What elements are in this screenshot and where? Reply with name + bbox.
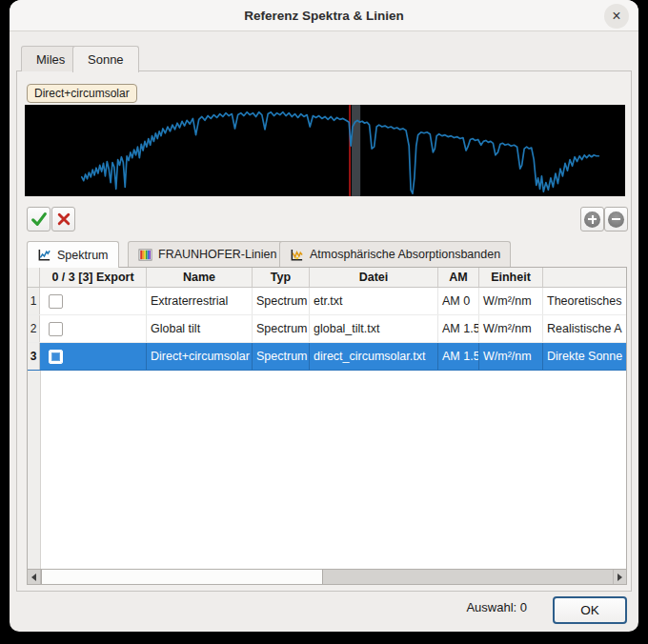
minus-icon bbox=[608, 211, 624, 228]
red-x-icon bbox=[56, 211, 71, 227]
close-button[interactable]: × bbox=[604, 4, 629, 29]
name-cell: Global tilt bbox=[147, 315, 253, 342]
dialog-window: Referenz Spektra & Linien × Miles Sonne … bbox=[10, 0, 638, 632]
screen: Referenz Spektra & Linien × Miles Sonne … bbox=[0, 0, 648, 644]
row-number: 1 bbox=[28, 288, 40, 314]
titlebar: Referenz Spektra & Linien × bbox=[10, 0, 638, 31]
horizontal-scrollbar[interactable] bbox=[28, 569, 626, 584]
header-am[interactable]: AM bbox=[438, 268, 479, 287]
einheit-cell: W/m²/nm bbox=[479, 288, 543, 314]
tab-label: Atmosphärische Absorptionsbanden bbox=[310, 248, 500, 261]
einheit-cell: W/m²/nm bbox=[479, 343, 543, 370]
tab-spektrum[interactable]: Spektrum bbox=[27, 241, 119, 268]
header-einheit[interactable]: Einheit bbox=[479, 268, 543, 287]
table-row[interactable]: 1 Extraterrestrial Spectrum etr.txt AM 0… bbox=[28, 288, 626, 315]
apply-button[interactable] bbox=[27, 207, 51, 231]
wavelength-cursor-line bbox=[349, 105, 351, 196]
header-rownum bbox=[28, 268, 40, 287]
export-checkbox[interactable] bbox=[49, 350, 63, 364]
name-cell: Direct+circumsolar bbox=[147, 343, 253, 370]
window-title: Referenz Spektra & Linien bbox=[244, 9, 403, 23]
spectrum-curve bbox=[25, 105, 625, 196]
spectrum-chart-icon bbox=[37, 248, 51, 262]
export-cell bbox=[40, 288, 147, 314]
checkmark-icon bbox=[30, 211, 48, 228]
sonne-tab-panel: Direct+circumsolar bbox=[16, 70, 632, 592]
close-icon: × bbox=[612, 5, 620, 28]
export-checkbox[interactable] bbox=[49, 322, 63, 336]
typ-cell: Spectrum bbox=[253, 315, 310, 342]
triangle-left-icon bbox=[31, 574, 36, 581]
row-number: 3 bbox=[28, 343, 40, 370]
selection-count-label: Auswahl: 0 bbox=[10, 600, 527, 614]
scroll-left-button[interactable] bbox=[28, 570, 41, 584]
plus-icon bbox=[584, 211, 600, 228]
wavelength-band-marker bbox=[352, 105, 360, 196]
spectrum-name-chip: Direct+circumsolar bbox=[27, 84, 137, 103]
tab-atmosphaerische-absorptionsbanden[interactable]: Atmosphärische Absorptionsbanden bbox=[279, 241, 511, 267]
header-datei[interactable]: Datei bbox=[310, 268, 438, 287]
table-empty-area bbox=[28, 371, 626, 569]
tab-label: Spektrum bbox=[57, 249, 109, 262]
typ-cell: Spectrum bbox=[253, 288, 310, 314]
row-number: 2 bbox=[28, 315, 40, 342]
header-beschreibung[interactable] bbox=[543, 268, 626, 287]
zoom-in-button[interactable] bbox=[580, 207, 604, 231]
ok-button[interactable]: OK bbox=[553, 596, 627, 624]
delete-button[interactable] bbox=[51, 207, 75, 231]
fraunhofer-lines-icon bbox=[138, 248, 152, 262]
header-typ[interactable]: Typ bbox=[253, 268, 310, 287]
beschreibung-cell: Direkte Sonne bbox=[543, 343, 626, 370]
datei-cell: global_tilt.txt bbox=[310, 315, 438, 342]
tab-sonne[interactable]: Sonne bbox=[72, 46, 139, 72]
absorption-bands-icon bbox=[290, 248, 304, 262]
header-export[interactable]: 0 / 3 [3] Export bbox=[40, 268, 147, 287]
export-cell bbox=[40, 315, 147, 342]
scrollbar-thumb[interactable] bbox=[41, 570, 323, 584]
beschreibung-cell: Theoretisches bbox=[543, 288, 626, 314]
name-cell: Extraterrestrial bbox=[147, 288, 253, 314]
am-cell: AM 1.5 bbox=[438, 315, 479, 342]
beschreibung-cell: Realistische A bbox=[543, 315, 626, 342]
zoom-out-button[interactable] bbox=[604, 207, 628, 231]
tab-miles[interactable]: Miles bbox=[21, 46, 80, 71]
typ-cell: Spectrum bbox=[253, 343, 310, 370]
tab-fraunhofer-linien[interactable]: FRAUNHOFER-Linien bbox=[128, 241, 287, 267]
datei-cell: etr.txt bbox=[310, 288, 438, 314]
table-header: 0 / 3 [3] Export Name Typ Datei AM Einhe… bbox=[28, 268, 626, 288]
scroll-right-button[interactable] bbox=[613, 570, 626, 584]
spectra-table: 0 / 3 [3] Export Name Typ Datei AM Einhe… bbox=[27, 267, 627, 585]
spectrum-plot[interactable] bbox=[25, 105, 625, 196]
am-cell: AM 0 bbox=[438, 288, 479, 314]
header-name[interactable]: Name bbox=[147, 268, 253, 287]
export-cell bbox=[40, 343, 147, 370]
table-row[interactable]: 2 Global tilt Spectrum global_tilt.txt A… bbox=[28, 315, 626, 343]
tab-label: FRAUNHOFER-Linien bbox=[158, 248, 276, 261]
export-checkbox[interactable] bbox=[49, 294, 63, 309]
triangle-right-icon bbox=[618, 574, 622, 581]
datei-cell: direct_circumsolar.txt bbox=[310, 343, 438, 370]
am-cell: AM 1.5 bbox=[438, 343, 479, 370]
einheit-cell: W/m²/nm bbox=[479, 315, 543, 342]
table-row[interactable]: 3 Direct+circumsolar Spectrum direct_cir… bbox=[28, 343, 626, 371]
